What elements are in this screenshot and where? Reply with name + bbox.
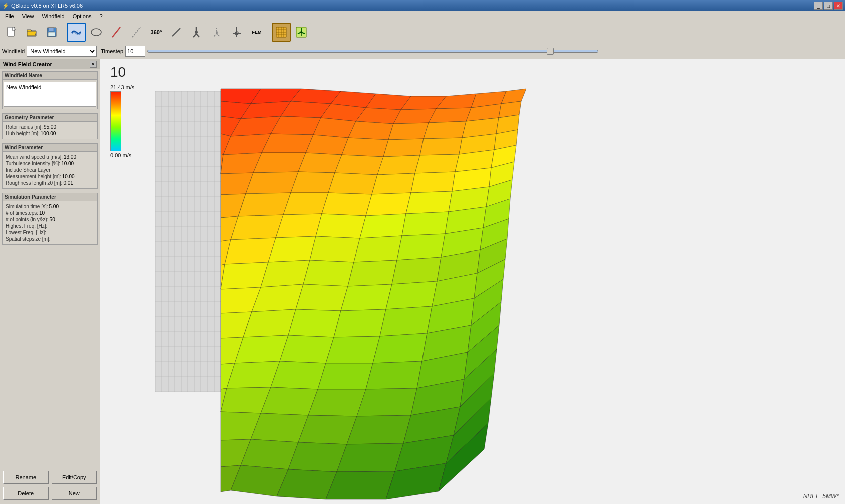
windfield-label: Windfield [2,48,25,54]
lowest-freq-label: Lowest Freq. [Hz]: [6,230,46,235]
grid-plane [155,91,221,392]
svg-marker-182 [251,413,308,442]
menu-file[interactable]: File [1,12,18,20]
svg-point-12 [216,31,218,33]
svg-marker-94 [420,138,462,155]
wind-layer-1 [221,89,526,499]
mean-wind-label: Mean wind speed u [m/s]: [6,154,63,160]
svg-marker-82 [313,118,356,138]
timestep-input[interactable] [125,46,145,57]
rotor-radius-value: 95.00 [44,124,56,130]
svg-marker-183 [298,415,357,444]
points-label: # of points (in y&z): [6,217,49,222]
polar-button[interactable] [167,23,186,42]
open-file-button[interactable] [22,23,41,42]
timestep-slider[interactable] [147,50,598,53]
svg-marker-91 [306,135,348,155]
turbine-view-button[interactable] [292,23,311,42]
blade2-button[interactable] [127,23,146,42]
airfoil-icon [90,26,102,38]
svg-marker-189 [288,442,347,472]
svg-marker-140 [261,260,310,287]
viewport[interactable]: 10 21.43 m/s 0.00 m/s [100,59,845,504]
svg-marker-117 [322,193,372,216]
rotor1-button[interactable] [187,23,206,42]
svg-marker-150 [386,281,437,309]
svg-marker-111 [411,172,455,193]
svg-line-5 [112,27,120,37]
svg-marker-156 [334,309,386,337]
svg-marker-154 [243,309,296,337]
windfield-name-label: Windfield Name [3,72,97,80]
hub-height-label: Hub height [m]: [6,131,40,136]
blade1-button[interactable] [107,23,126,42]
menu-windfield[interactable]: Windfield [38,12,68,20]
svg-marker-190 [337,443,403,472]
svg-marker-163 [326,336,380,363]
windfield-select[interactable]: New Windfield [27,46,97,57]
svg-line-10 [193,34,196,37]
fem-button[interactable]: FEM [247,23,266,42]
mean-wind-value: 13.00 [64,154,76,160]
new-button[interactable]: New [52,487,97,500]
svg-marker-124 [276,214,322,238]
rotor2-button[interactable] [207,23,226,42]
svg-marker-125 [316,214,366,238]
svg-marker-123 [231,215,283,240]
watermark: NREL_5MW* [803,493,839,500]
app-title: QBlade v0.8 on XFLR5 v6.06 [11,3,83,9]
menu-view[interactable]: View [18,12,38,20]
menu-options[interactable]: Options [69,12,96,20]
wind-section: Wind Parameter Mean wind speed u [m/s]: … [2,143,98,189]
new-file-button[interactable] [2,23,21,42]
edit-copy-button[interactable]: Edit/Copy [52,471,97,484]
airfoil-button[interactable] [87,23,106,42]
points-row: # of points (in y&z): 50 [6,216,94,223]
app-icon: ⚡ [2,3,9,9]
menu-help[interactable]: ? [96,12,107,20]
geometry-label: Geometry Parameter [3,114,97,122]
svg-line-15 [217,33,220,37]
svg-point-8 [195,31,198,34]
shear-layer-row: Include Shear Layer [6,167,94,173]
blade1-icon [110,26,122,38]
measurement-row: Measurement height [m]: 10.00 [6,173,94,180]
simulation-section: Simulation Parameter Simulation time [s]… [2,193,98,245]
rename-button[interactable]: Rename [3,471,49,484]
svg-point-4 [91,29,101,36]
svg-marker-85 [424,121,466,139]
left-panel: Wind Field Creator ✕ Windfield Name New … [0,59,100,504]
windfield-view-icon [275,26,287,38]
windfield-icon [70,26,83,39]
save-file-icon [46,27,57,38]
turbine-button[interactable] [227,23,246,42]
svg-marker-126 [360,214,406,238]
delete-button[interactable]: Delete [3,487,49,500]
close-button[interactable]: ✕ [834,2,843,10]
sim-time-label: Simulation time [s]: [6,204,48,209]
svg-marker-127 [402,212,449,236]
svg-marker-143 [392,257,441,284]
svg-marker-134 [354,236,402,262]
svg-marker-142 [348,260,397,286]
svg-marker-115 [238,193,291,216]
svg-marker-132 [268,236,316,262]
svg-marker-103 [415,154,459,173]
panel-close-button[interactable]: ✕ [90,61,97,68]
windfield-view-button[interactable] [272,23,291,42]
spatial-label: Spatial stepsize [m]: [6,236,50,242]
shear-layer-label: Include Shear Layer [6,167,51,173]
timestep-control: Timestep [101,46,598,57]
maximize-button[interactable]: □ [824,2,833,10]
measurement-value: 10.00 [62,174,75,179]
360deg-button[interactable]: 360° [147,23,166,42]
hub-height-row: Hub height [m]: 100.00 [6,130,94,137]
svg-marker-162 [280,335,334,363]
buttons-row-1: Rename Edit/Copy [3,471,97,484]
controls-row: Windfield New Windfield Timestep [0,43,845,59]
simulation-content: Simulation time [s]: 5.00 # of timesteps… [3,201,97,244]
save-file-button[interactable] [42,23,61,42]
polar-icon [170,26,182,38]
windfield-button[interactable] [67,23,86,42]
minimize-button[interactable]: _ [814,2,823,10]
